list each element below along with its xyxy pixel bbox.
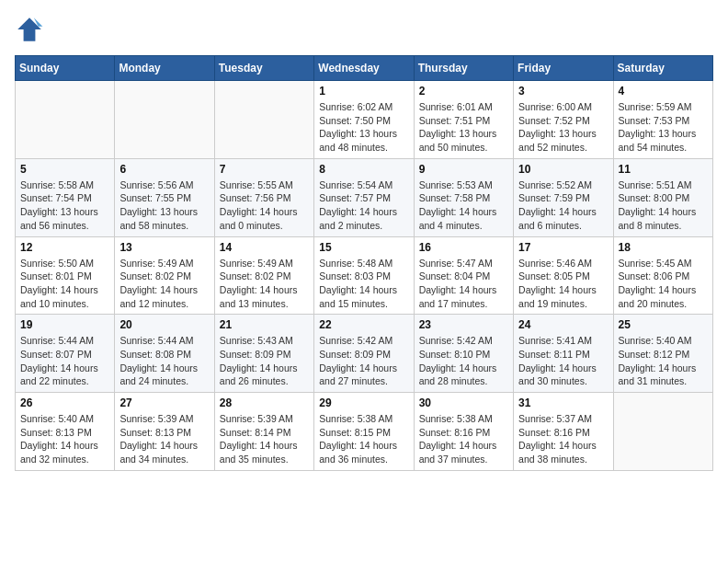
calendar-week-row: 5Sunrise: 5:58 AM Sunset: 7:54 PM Daylig… bbox=[16, 158, 713, 236]
day-number: 1 bbox=[319, 85, 408, 98]
day-number: 14 bbox=[220, 241, 309, 254]
day-number: 18 bbox=[619, 241, 708, 254]
day-info: Sunrise: 5:42 AM Sunset: 8:09 PM Dayligh… bbox=[319, 334, 408, 388]
day-number: 23 bbox=[419, 318, 508, 331]
day-info: Sunrise: 5:49 AM Sunset: 8:02 PM Dayligh… bbox=[119, 257, 209, 311]
calendar-cell bbox=[115, 81, 214, 159]
day-number: 24 bbox=[518, 318, 608, 331]
day-info: Sunrise: 5:59 AM Sunset: 7:53 PM Dayligh… bbox=[619, 100, 708, 155]
day-info: Sunrise: 6:02 AM Sunset: 7:50 PM Dayligh… bbox=[319, 100, 408, 155]
day-number: 4 bbox=[619, 85, 708, 98]
calendar-cell: 28Sunrise: 5:39 AM Sunset: 8:14 PM Dayli… bbox=[214, 393, 313, 471]
day-number: 29 bbox=[319, 396, 408, 409]
day-info: Sunrise: 5:44 AM Sunset: 8:07 PM Dayligh… bbox=[20, 334, 109, 388]
calendar-week-row: 26Sunrise: 5:40 AM Sunset: 8:13 PM Dayli… bbox=[16, 393, 713, 471]
day-info: Sunrise: 5:38 AM Sunset: 8:16 PM Dayligh… bbox=[419, 412, 508, 466]
day-info: Sunrise: 5:50 AM Sunset: 8:01 PM Dayligh… bbox=[20, 257, 109, 311]
day-number: 21 bbox=[220, 318, 309, 331]
calendar-week-row: 19Sunrise: 5:44 AM Sunset: 8:07 PM Dayli… bbox=[16, 315, 713, 393]
weekday-header: Wednesday bbox=[314, 56, 414, 81]
day-info: Sunrise: 6:01 AM Sunset: 7:51 PM Dayligh… bbox=[419, 100, 508, 155]
logo-icon bbox=[15, 15, 44, 44]
calendar-cell: 20Sunrise: 5:44 AM Sunset: 8:08 PM Dayli… bbox=[115, 315, 214, 393]
calendar-cell: 25Sunrise: 5:40 AM Sunset: 8:12 PM Dayli… bbox=[613, 315, 712, 393]
day-number: 30 bbox=[419, 396, 508, 409]
calendar-week-row: 12Sunrise: 5:50 AM Sunset: 8:01 PM Dayli… bbox=[16, 236, 713, 315]
day-number: 25 bbox=[619, 318, 708, 331]
day-number: 26 bbox=[20, 396, 109, 409]
day-info: Sunrise: 5:40 AM Sunset: 8:12 PM Dayligh… bbox=[619, 334, 708, 388]
day-number: 28 bbox=[220, 396, 309, 409]
day-number: 17 bbox=[518, 241, 608, 254]
calendar-cell bbox=[214, 81, 313, 159]
day-info: Sunrise: 5:52 AM Sunset: 7:59 PM Dayligh… bbox=[518, 178, 608, 233]
calendar-cell: 11Sunrise: 5:51 AM Sunset: 8:00 PM Dayli… bbox=[613, 158, 712, 236]
day-info: Sunrise: 5:56 AM Sunset: 7:55 PM Dayligh… bbox=[119, 178, 209, 233]
calendar-cell: 7Sunrise: 5:55 AM Sunset: 7:56 PM Daylig… bbox=[214, 158, 313, 236]
weekday-header: Sunday bbox=[16, 56, 115, 81]
calendar-cell: 21Sunrise: 5:43 AM Sunset: 8:09 PM Dayli… bbox=[214, 315, 313, 393]
day-number: 2 bbox=[419, 85, 508, 98]
day-info: Sunrise: 5:40 AM Sunset: 8:13 PM Dayligh… bbox=[20, 412, 109, 466]
calendar-cell: 8Sunrise: 5:54 AM Sunset: 7:57 PM Daylig… bbox=[314, 158, 414, 236]
day-number: 3 bbox=[518, 85, 608, 98]
day-info: Sunrise: 5:42 AM Sunset: 8:10 PM Dayligh… bbox=[419, 334, 508, 388]
day-info: Sunrise: 5:38 AM Sunset: 8:15 PM Dayligh… bbox=[319, 412, 408, 466]
calendar-cell: 24Sunrise: 5:41 AM Sunset: 8:11 PM Dayli… bbox=[514, 315, 613, 393]
calendar-week-row: 1Sunrise: 6:02 AM Sunset: 7:50 PM Daylig… bbox=[16, 81, 713, 159]
calendar-cell: 4Sunrise: 5:59 AM Sunset: 7:53 PM Daylig… bbox=[613, 81, 712, 159]
weekday-header: Saturday bbox=[613, 56, 712, 81]
day-info: Sunrise: 5:54 AM Sunset: 7:57 PM Dayligh… bbox=[319, 178, 408, 233]
page-header bbox=[15, 15, 713, 44]
day-info: Sunrise: 5:41 AM Sunset: 8:11 PM Dayligh… bbox=[518, 334, 608, 388]
day-info: Sunrise: 5:46 AM Sunset: 8:05 PM Dayligh… bbox=[518, 257, 608, 311]
calendar-cell: 3Sunrise: 6:00 AM Sunset: 7:52 PM Daylig… bbox=[514, 81, 613, 159]
day-info: Sunrise: 5:55 AM Sunset: 7:56 PM Dayligh… bbox=[220, 178, 309, 233]
weekday-header: Tuesday bbox=[214, 56, 313, 81]
day-info: Sunrise: 5:39 AM Sunset: 8:14 PM Dayligh… bbox=[220, 412, 309, 466]
day-number: 12 bbox=[20, 241, 109, 254]
day-info: Sunrise: 5:58 AM Sunset: 7:54 PM Dayligh… bbox=[20, 178, 109, 233]
day-info: Sunrise: 5:45 AM Sunset: 8:06 PM Dayligh… bbox=[619, 257, 708, 311]
calendar-cell: 30Sunrise: 5:38 AM Sunset: 8:16 PM Dayli… bbox=[414, 393, 513, 471]
day-number: 19 bbox=[20, 318, 109, 331]
calendar-cell: 14Sunrise: 5:49 AM Sunset: 8:02 PM Dayli… bbox=[214, 236, 313, 315]
day-number: 27 bbox=[119, 396, 209, 409]
calendar-cell: 26Sunrise: 5:40 AM Sunset: 8:13 PM Dayli… bbox=[16, 393, 115, 471]
day-number: 10 bbox=[518, 163, 608, 176]
calendar-cell: 22Sunrise: 5:42 AM Sunset: 8:09 PM Dayli… bbox=[314, 315, 414, 393]
calendar-cell: 10Sunrise: 5:52 AM Sunset: 7:59 PM Dayli… bbox=[514, 158, 613, 236]
calendar-cell: 12Sunrise: 5:50 AM Sunset: 8:01 PM Dayli… bbox=[16, 236, 115, 315]
day-number: 6 bbox=[119, 163, 209, 176]
day-number: 8 bbox=[319, 163, 408, 176]
calendar-cell: 19Sunrise: 5:44 AM Sunset: 8:07 PM Dayli… bbox=[16, 315, 115, 393]
day-number: 7 bbox=[220, 163, 309, 176]
calendar-cell: 18Sunrise: 5:45 AM Sunset: 8:06 PM Dayli… bbox=[613, 236, 712, 315]
calendar-cell: 2Sunrise: 6:01 AM Sunset: 7:51 PM Daylig… bbox=[414, 81, 513, 159]
day-number: 11 bbox=[619, 163, 708, 176]
calendar-table: SundayMondayTuesdayWednesdayThursdayFrid… bbox=[15, 55, 713, 471]
calendar-cell: 17Sunrise: 5:46 AM Sunset: 8:05 PM Dayli… bbox=[514, 236, 613, 315]
calendar-cell: 5Sunrise: 5:58 AM Sunset: 7:54 PM Daylig… bbox=[16, 158, 115, 236]
calendar-cell: 6Sunrise: 5:56 AM Sunset: 7:55 PM Daylig… bbox=[115, 158, 214, 236]
day-info: Sunrise: 5:37 AM Sunset: 8:16 PM Dayligh… bbox=[518, 412, 608, 466]
weekday-header: Friday bbox=[514, 56, 613, 81]
day-info: Sunrise: 5:39 AM Sunset: 8:13 PM Dayligh… bbox=[119, 412, 209, 466]
calendar-cell: 31Sunrise: 5:37 AM Sunset: 8:16 PM Dayli… bbox=[514, 393, 613, 471]
day-info: Sunrise: 5:47 AM Sunset: 8:04 PM Dayligh… bbox=[419, 257, 508, 311]
calendar-cell: 29Sunrise: 5:38 AM Sunset: 8:15 PM Dayli… bbox=[314, 393, 414, 471]
day-info: Sunrise: 5:53 AM Sunset: 7:58 PM Dayligh… bbox=[419, 178, 508, 233]
svg-marker-0 bbox=[17, 17, 41, 41]
calendar-cell: 27Sunrise: 5:39 AM Sunset: 8:13 PM Dayli… bbox=[115, 393, 214, 471]
day-info: Sunrise: 5:49 AM Sunset: 8:02 PM Dayligh… bbox=[220, 257, 309, 311]
calendar-header: SundayMondayTuesdayWednesdayThursdayFrid… bbox=[16, 56, 713, 81]
calendar-cell: 23Sunrise: 5:42 AM Sunset: 8:10 PM Dayli… bbox=[414, 315, 513, 393]
calendar-cell: 15Sunrise: 5:48 AM Sunset: 8:03 PM Dayli… bbox=[314, 236, 414, 315]
calendar-cell bbox=[613, 393, 712, 471]
calendar-cell bbox=[16, 81, 115, 159]
calendar-cell: 1Sunrise: 6:02 AM Sunset: 7:50 PM Daylig… bbox=[314, 81, 414, 159]
day-number: 5 bbox=[20, 163, 109, 176]
day-info: Sunrise: 5:48 AM Sunset: 8:03 PM Dayligh… bbox=[319, 257, 408, 311]
day-number: 31 bbox=[518, 396, 608, 409]
day-number: 22 bbox=[319, 318, 408, 331]
